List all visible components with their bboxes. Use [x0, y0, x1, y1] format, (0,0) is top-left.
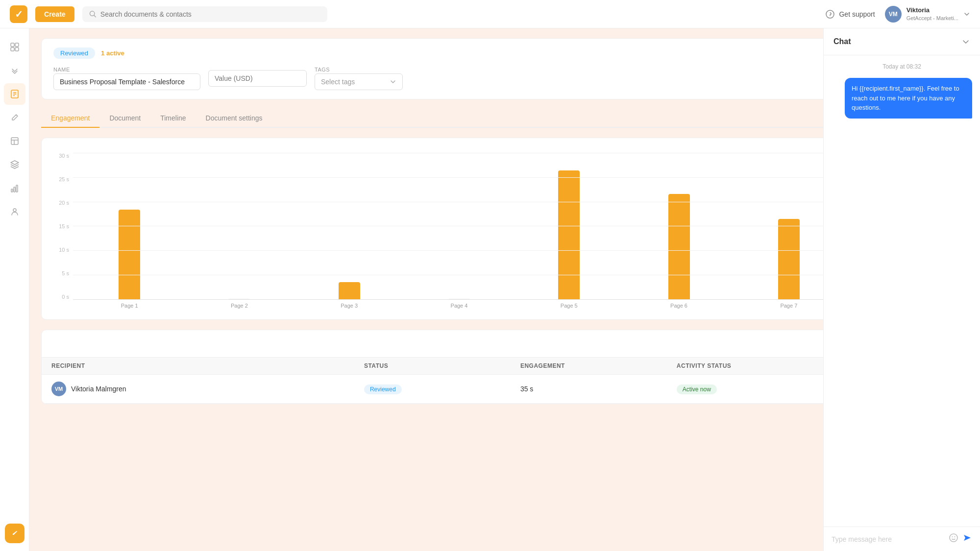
- user-menu[interactable]: VM Viktoria GetAccept - Marketi...: [885, 6, 970, 23]
- sidebar: [0, 28, 29, 551]
- chat-title: Chat: [833, 37, 851, 46]
- user-name: Viktoria: [906, 6, 958, 15]
- x-label-page6: Page 6: [627, 303, 730, 314]
- y-label-20s: 20 s: [59, 200, 69, 206]
- activity-badge: Active now: [677, 384, 717, 394]
- chat-input-area: [824, 527, 980, 551]
- y-label-15s: 15 s: [59, 223, 69, 229]
- top-header: ✓ Create Get support VM Viktoria GetAcce…: [0, 0, 980, 28]
- svg-point-34: [952, 536, 953, 537]
- recipient-engagement: 35 s: [520, 385, 677, 393]
- bar-page4: [408, 153, 511, 300]
- sidebar-item-templates[interactable]: [4, 130, 25, 152]
- create-button[interactable]: Create: [35, 6, 74, 22]
- doc-fields: Name Tags Select tags 15 days left Feb: [53, 67, 956, 90]
- svg-rect-3: [11, 43, 14, 47]
- active-badge: 1 active: [101, 49, 124, 57]
- svg-point-33: [950, 534, 957, 542]
- svg-rect-16: [16, 185, 18, 192]
- document-value-input[interactable]: [208, 70, 307, 87]
- tab-timeline[interactable]: Timeline: [150, 109, 196, 128]
- tab-engagement[interactable]: Engagement: [41, 109, 99, 128]
- svg-rect-5: [11, 48, 14, 51]
- tags-selector[interactable]: Select tags: [315, 73, 403, 90]
- emoji-button[interactable]: [949, 533, 958, 545]
- tags-field-group: Tags Select tags: [315, 67, 403, 90]
- reviewed-badge: Reviewed: [53, 48, 95, 59]
- x-label-page1: Page 1: [78, 303, 181, 314]
- recipient-name: Viktoria Malmgren: [71, 385, 126, 393]
- bar-page2: [188, 153, 291, 300]
- tags-label: Tags: [315, 67, 403, 72]
- col-recipient: Recipient: [51, 362, 364, 369]
- sidebar-item-documents[interactable]: [4, 83, 25, 105]
- svg-rect-6: [15, 48, 19, 51]
- svg-point-17: [13, 209, 16, 212]
- bar-page3: [298, 153, 401, 300]
- y-label-25s: 25 s: [59, 176, 69, 182]
- user-org: GetAccept - Marketi...: [906, 15, 958, 22]
- bar-page6: [627, 153, 730, 300]
- name-label: Name: [53, 67, 200, 72]
- chat-header: Chat: [824, 28, 980, 55]
- col-engagement: Engagement: [520, 362, 677, 369]
- svg-rect-4: [15, 43, 19, 47]
- x-label-page2: Page 2: [188, 303, 291, 314]
- recipient-cell: VM Viktoria Malmgren: [51, 382, 364, 396]
- avatar: VM: [51, 382, 66, 396]
- svg-point-2: [826, 10, 834, 18]
- sidebar-item-edit[interactable]: [4, 107, 25, 128]
- col-status: Status: [364, 362, 520, 369]
- sidebar-item-dashboard[interactable]: [4, 36, 25, 58]
- bar-page1: [78, 153, 181, 300]
- chat-collapse-icon[interactable]: [961, 37, 970, 46]
- tags-chevron-icon: [390, 78, 396, 85]
- chat-bubble: Hi {{recipient.first_name}}. Feel free t…: [845, 78, 972, 119]
- search-bar[interactable]: [82, 6, 327, 22]
- status-badge: Reviewed: [364, 384, 402, 394]
- search-icon: [89, 10, 97, 18]
- chevron-down-icon: [963, 11, 970, 18]
- user-info: Viktoria GetAccept - Marketi...: [906, 6, 958, 22]
- search-input[interactable]: [100, 10, 320, 18]
- tab-document[interactable]: Document: [99, 109, 150, 128]
- x-label-page3: Page 3: [298, 303, 401, 314]
- chat-date-label: Today at 08:32: [832, 63, 972, 70]
- bar-page5: [517, 153, 620, 300]
- sidebar-item-contacts[interactable]: [4, 201, 25, 222]
- header-right: Get support VM Viktoria GetAccept - Mark…: [825, 6, 970, 23]
- chat-messages: Today at 08:32 Hi {{recipient.first_name…: [824, 55, 980, 527]
- sidebar-bottom: [5, 524, 24, 543]
- document-name-input[interactable]: [53, 73, 200, 90]
- y-label-10s: 10 s: [59, 247, 69, 253]
- sidebar-fab-button[interactable]: [5, 524, 24, 543]
- tags-placeholder: Select tags: [321, 78, 355, 86]
- svg-rect-11: [11, 138, 18, 144]
- doc-header-top: Reviewed 1 active: [53, 48, 956, 59]
- recipient-status: Reviewed: [364, 385, 520, 393]
- logo-icon: ✓: [10, 5, 27, 23]
- chat-actions: [949, 533, 972, 545]
- value-field-group: [208, 70, 307, 87]
- sidebar-item-chevrons[interactable]: [4, 60, 25, 81]
- y-label-5s: 5 s: [62, 270, 69, 276]
- x-label-page4: Page 4: [408, 303, 511, 314]
- doc-status-area: Reviewed 1 active: [53, 48, 124, 59]
- chat-message-input[interactable]: [832, 535, 944, 543]
- send-message-button[interactable]: [962, 533, 972, 545]
- x-label-page5: Page 5: [517, 303, 620, 314]
- support-label: Get support: [839, 10, 875, 18]
- svg-rect-14: [11, 189, 13, 192]
- svg-rect-15: [14, 187, 15, 192]
- tab-document-settings[interactable]: Document settings: [196, 109, 272, 128]
- support-icon: [825, 9, 835, 19]
- svg-point-35: [955, 536, 956, 537]
- sidebar-item-layers[interactable]: [4, 154, 25, 175]
- support-button[interactable]: Get support: [825, 9, 875, 19]
- svg-line-1: [94, 15, 96, 17]
- bar-chart-area: 30 s 25 s 20 s 15 s 10 s 5 s 0 s: [42, 138, 855, 319]
- y-label-30s: 30 s: [59, 153, 69, 159]
- sidebar-item-analytics[interactable]: [4, 177, 25, 199]
- y-label-0s: 0 s: [62, 294, 69, 300]
- name-field-group: Name: [53, 67, 200, 90]
